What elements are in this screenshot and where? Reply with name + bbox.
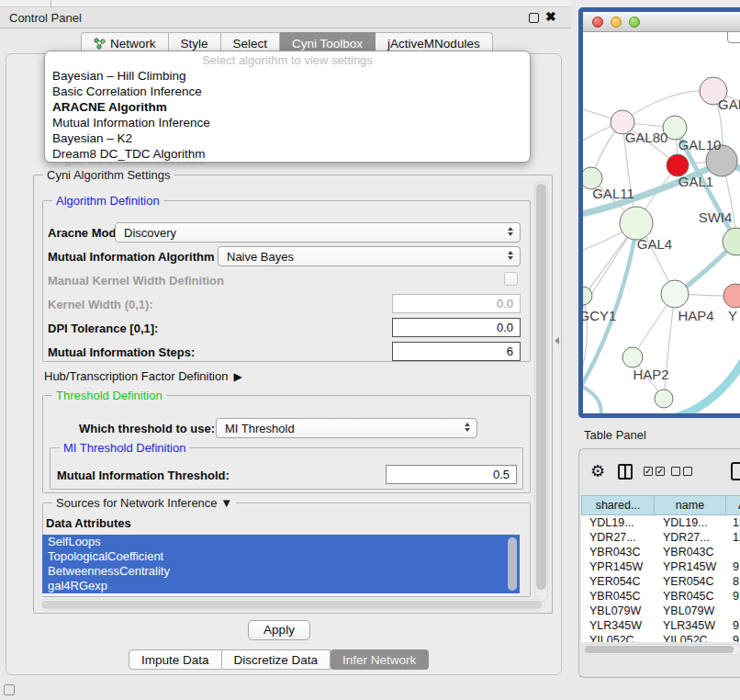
table-cell: YDL19... — [655, 515, 726, 530]
network-canvas[interactable]: GALGAL80GAL10GAL1GAL11SWI4GAL4GCY1HAP4YH… — [583, 32, 740, 413]
table-cell: YDR27... — [581, 530, 655, 545]
table-cell: YBR045C — [655, 589, 726, 604]
data-attribute-item[interactable]: BetweennessCentrality — [42, 564, 520, 579]
table-cell: 9 — [726, 633, 740, 642]
list-scrollbar[interactable] — [508, 537, 517, 591]
birdseye-corner[interactable] — [727, 32, 740, 43]
tab-label: Cyni Toolbox — [292, 37, 363, 51]
table-horizontal-scrollbar[interactable] — [583, 644, 740, 655]
float-window-icon[interactable] — [529, 13, 539, 23]
network-node-hap4[interactable] — [661, 280, 689, 308]
network-node-y[interactable] — [723, 284, 740, 308]
sources-title-text: Sources for Network Inference — [56, 496, 218, 510]
network-edge[interactable] — [676, 351, 740, 413]
algorithm-option[interactable]: Bayesian – Hill Climbing — [45, 68, 530, 84]
table-row[interactable]: YDL19...YDL19...13 — [581, 515, 740, 530]
table-row[interactable]: YBR043CYBR043C — [581, 545, 740, 559]
table-header-row: shared...nameA — [581, 495, 740, 515]
gear-icon[interactable]: ⚙ — [590, 461, 605, 481]
mi-algorithm-type-select[interactable]: Naive Bayes — [218, 246, 521, 266]
data-attributes-list[interactable]: SelfLoopsTopologicalCoefficientBetweenne… — [42, 535, 520, 595]
collapse-arrow-icon[interactable]: ▼ — [220, 496, 232, 510]
scrollbar-thumb[interactable] — [41, 601, 543, 609]
algorithm-option[interactable]: ARACNE Algorithm — [45, 99, 530, 115]
table-row[interactable]: YLR345WYLR345W9. — [581, 618, 740, 633]
node-label: GAL10 — [678, 137, 722, 152]
hub-section-toggle[interactable]: Hub/Transcription Factor Definition▶ — [44, 369, 242, 383]
algorithm-option[interactable]: Dream8 DC_TDC Algorithm — [45, 146, 530, 162]
settings-group-title: Cyni Algorithm Settings — [43, 168, 174, 182]
mi-algorithm-type-value: Naive Bayes — [227, 250, 294, 264]
expand-arrow-icon[interactable]: ▶ — [233, 370, 241, 383]
data-attribute-item[interactable]: gal4RGexp — [42, 579, 520, 593]
network-window-titlebar[interactable] — [583, 12, 740, 32]
table-cell: YBL079W — [655, 604, 726, 618]
dpi-tolerance-field[interactable]: 0.0 — [392, 318, 521, 337]
mi-threshold-field[interactable]: 0.5 — [386, 465, 517, 484]
mi-threshold-definition-title: MI Threshold Definition — [60, 441, 189, 455]
table-row[interactable]: YBR045CYBR045C9. — [581, 589, 740, 604]
network-node-gcy1[interactable] — [583, 287, 592, 305]
minimize-traffic-light[interactable] — [611, 17, 622, 28]
zoom-traffic-light[interactable] — [629, 17, 640, 28]
which-threshold-select[interactable]: MI Threshold — [216, 418, 477, 438]
algorithm-option[interactable]: Bayesian – K2 — [45, 130, 530, 146]
select-all-checkbox-icon[interactable]: ✓ — [644, 467, 653, 476]
network-edge[interactable] — [583, 382, 601, 413]
network-node[interactable] — [655, 390, 673, 408]
node-label: SWI4 — [699, 209, 733, 225]
node-label: GAL — [718, 96, 740, 112]
data-attribute-item[interactable]: SelfLoops — [42, 535, 520, 549]
table-cell: YDR27... — [655, 530, 726, 545]
bottom-tab-impute-data[interactable]: Impute Data — [129, 649, 222, 670]
table-row[interactable]: YPR145WYPR145W9. — [581, 559, 740, 574]
kernel-width-label: Kernel Width (0,1): — [48, 298, 153, 311]
splitter-collapse-icon[interactable] — [555, 337, 559, 344]
network-node-hap2[interactable] — [622, 347, 643, 367]
algorithm-dropdown-popup: Select algorithm to view settings Bayesi… — [44, 51, 531, 163]
table-cell: YLR345W — [655, 618, 726, 633]
data-attribute-item[interactable]: TopologicalCoefficient — [42, 549, 520, 564]
scrollbar-thumb[interactable] — [536, 184, 546, 590]
deselect-all-checkbox-icon-2[interactable] — [683, 467, 692, 476]
table-column-header[interactable]: A — [726, 495, 740, 515]
table-cell: 9. — [726, 618, 740, 633]
scrollbar-thumb[interactable] — [585, 646, 734, 653]
bottom-tab-discretize-data[interactable]: Discretize Data — [222, 649, 331, 670]
node-label: HAP2 — [633, 367, 668, 382]
kernel-width-field: 0.0 — [392, 294, 521, 313]
tab-label: Select — [233, 37, 268, 51]
close-icon[interactable]: ✖ — [545, 9, 556, 24]
mi-steps-label: Mutual Information Steps: — [48, 345, 195, 359]
table-column-header[interactable]: shared... — [581, 495, 655, 515]
settings-vertical-scrollbar[interactable] — [534, 181, 548, 602]
select-all-checkbox-icon-2[interactable]: ✓ — [656, 467, 665, 476]
aracne-mode-select[interactable]: Discovery — [115, 222, 521, 243]
table-column-header[interactable]: name — [655, 495, 726, 515]
bottom-tab-infer-network[interactable]: Infer Network — [331, 649, 429, 670]
network-node-gal4[interactable] — [620, 207, 653, 240]
table-cell — [726, 604, 740, 618]
apply-button[interactable]: Apply — [248, 620, 310, 640]
data-attributes-label: Data Attributes — [46, 516, 131, 530]
table-row[interactable]: YIL052CYIL052C9 — [581, 633, 740, 642]
table-panel-window: ⚙ ✓ ✓ shared...nameA YDL19...YDL19...13Y… — [578, 448, 740, 678]
table-cell: YPR145W — [655, 559, 726, 574]
table-row[interactable]: YBL079WYBL079W — [581, 604, 740, 618]
combo-stepper-icon — [508, 251, 513, 260]
function-builder-icon[interactable] — [731, 462, 740, 480]
close-traffic-light[interactable] — [592, 17, 603, 28]
deselect-all-checkbox-icon[interactable] — [671, 467, 680, 476]
settings-horizontal-scrollbar[interactable] — [39, 599, 545, 611]
table-cell: 8. — [726, 574, 740, 589]
table-row[interactable]: YDR27...YDR27...12 — [581, 530, 740, 545]
cyni-bottom-tabs: Impute DataDiscretize DataInfer Network — [129, 649, 429, 670]
algorithm-option[interactable]: Basic Correlation Inference — [45, 84, 530, 99]
show-columns-icon[interactable] — [618, 464, 633, 480]
algorithm-option[interactable]: Mutual Information Inference — [45, 115, 530, 130]
mi-steps-field[interactable]: 6 — [392, 342, 521, 361]
table-row[interactable]: YER054CYER054C8. — [581, 574, 740, 589]
tab-label: Style — [181, 37, 208, 51]
network-edge[interactable] — [664, 294, 675, 399]
restore-panel-icon[interactable] — [4, 684, 15, 695]
